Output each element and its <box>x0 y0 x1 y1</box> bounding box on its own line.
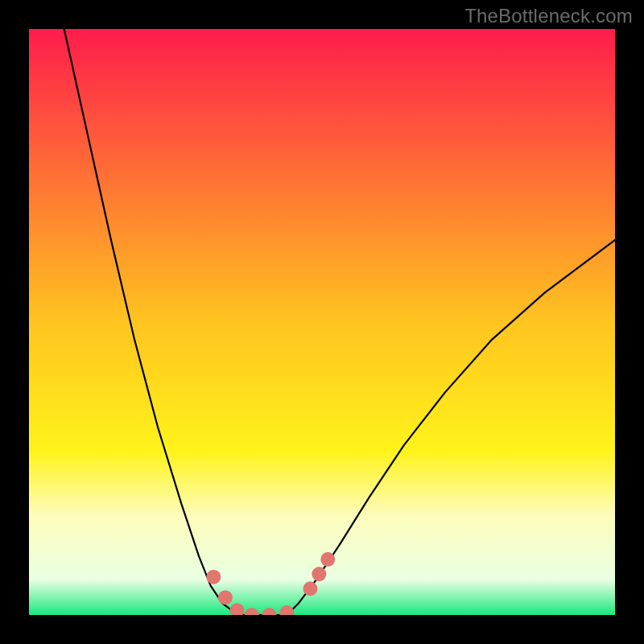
chart-svg <box>29 29 615 615</box>
marker-dot-8 <box>320 552 335 567</box>
marker-dot-0 <box>206 570 221 584</box>
plot-area <box>29 29 615 615</box>
marker-dot-7 <box>312 567 326 581</box>
marker-dot-6 <box>303 581 317 596</box>
watermark-text: TheBottleneck.com <box>464 5 633 27</box>
gradient-background <box>29 29 615 615</box>
marker-dot-1 <box>218 590 233 605</box>
outer-black-frame: TheBottleneck.com <box>0 0 644 644</box>
